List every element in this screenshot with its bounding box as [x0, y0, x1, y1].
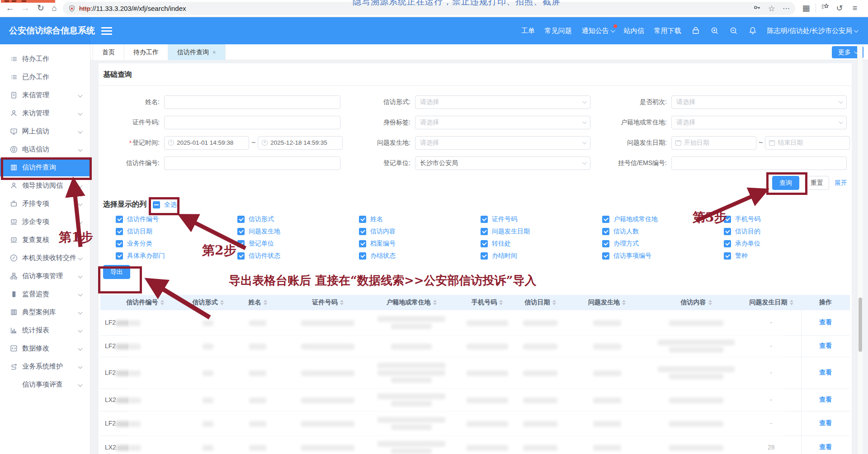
column-option-证件号码[interactable]: 证件号码: [481, 216, 602, 223]
col-header-问题发生地[interactable]: 问题发生地: [563, 295, 651, 310]
problem-date-start-input[interactable]: 开始日期: [671, 136, 756, 150]
column-option-手机号码[interactable]: 手机号码: [724, 216, 845, 223]
petition-form-select[interactable]: 请选择: [415, 95, 590, 109]
checkbox-checked-icon[interactable]: [359, 216, 366, 223]
column-option-转往处[interactable]: 转往处: [481, 240, 602, 247]
sort-icon[interactable]: [220, 300, 224, 305]
checkbox-checked-icon[interactable]: [481, 228, 488, 235]
view-link[interactable]: 查看: [819, 443, 832, 450]
checkbox-checked-icon[interactable]: [116, 252, 123, 260]
checkbox-checked-icon[interactable]: [602, 252, 609, 260]
view-link[interactable]: 查看: [819, 318, 832, 326]
checkbox-checked-icon[interactable]: [724, 252, 731, 260]
checkbox-checked-icon[interactable]: [602, 228, 609, 235]
sidebar-item-待办工作[interactable]: 待办工作: [0, 50, 90, 68]
column-option-信访形式[interactable]: 信访形式: [237, 216, 359, 223]
select-all-checkbox[interactable]: [153, 201, 160, 208]
col-header-证件号码[interactable]: 证件号码: [289, 295, 366, 310]
url-bar[interactable]: http://11.33.3.203/#/xfj/search/index ☆ …: [63, 2, 795, 15]
column-option-信访件编号[interactable]: 信访件编号: [116, 216, 237, 223]
checkbox-checked-icon[interactable]: [602, 216, 609, 223]
column-option-信访人数[interactable]: 信访人数: [602, 228, 724, 235]
col-header-姓名[interactable]: 姓名: [226, 295, 289, 310]
first-time-select[interactable]: 请选择: [671, 95, 847, 109]
header-menu-5[interactable]: 常用下载: [654, 27, 681, 35]
sort-icon[interactable]: [499, 300, 503, 305]
register-unit-select[interactable]: 长沙市公安局: [415, 156, 590, 170]
sidebar-item-来信管理[interactable]: 来信管理: [0, 86, 90, 104]
column-option-档案编号[interactable]: 档案编号: [359, 240, 481, 247]
column-option-问题发生日期[interactable]: 问题发生日期: [481, 228, 602, 235]
back-icon[interactable]: ←: [4, 2, 16, 14]
checkbox-checked-icon[interactable]: [237, 252, 245, 260]
col-header-手机号码[interactable]: 手机号码: [457, 295, 518, 310]
column-option-承办单位[interactable]: 承办单位: [724, 240, 845, 247]
sort-icon[interactable]: [340, 300, 344, 305]
close-tab-icon[interactable]: ×: [212, 49, 216, 56]
checkbox-checked-icon[interactable]: [724, 228, 731, 235]
search-button[interactable]: 查询: [772, 176, 799, 190]
extensions-grid-icon[interactable]: ▦: [800, 2, 812, 14]
sort-icon[interactable]: [790, 300, 793, 305]
view-link[interactable]: 查看: [819, 369, 832, 376]
ems-number-input[interactable]: [671, 156, 847, 170]
view-link[interactable]: 查看: [819, 396, 832, 403]
checkbox-checked-icon[interactable]: [116, 216, 123, 223]
select-all-label[interactable]: 全选: [164, 201, 177, 209]
column-option-办理方式[interactable]: 办理方式: [602, 240, 724, 247]
sort-icon[interactable]: [264, 300, 267, 305]
sidebar-item-信访事项评查[interactable]: 信访事项评查: [0, 375, 90, 393]
tab-信访件查询[interactable]: 信访件查询×: [168, 44, 226, 60]
header-menu-4[interactable]: 站内信: [624, 27, 644, 35]
column-option-信访内容[interactable]: 信访内容: [359, 228, 481, 235]
sidebar-item-网上信访[interactable]: 网上信访: [0, 122, 90, 140]
reset-button[interactable]: 重置: [805, 176, 829, 190]
residence-select[interactable]: 请选择: [671, 116, 847, 129]
refresh-icon[interactable]: ↻: [34, 2, 47, 14]
problem-place-select[interactable]: 请选择: [415, 136, 590, 150]
register-time-start-input[interactable]: 2025-01-01 14:59:38: [164, 136, 249, 150]
sidebar-item-监督追责[interactable]: 监督追责: [0, 285, 90, 303]
sort-icon[interactable]: [552, 300, 556, 305]
vertical-scrollbar[interactable]: [857, 44, 863, 454]
col-header-信访日期[interactable]: 信访日期: [518, 295, 563, 310]
checkbox-checked-icon[interactable]: [359, 252, 366, 260]
col-header-信访形式[interactable]: 信访形式: [190, 295, 226, 310]
sidebar-item-复查复核[interactable]: 复查复核: [0, 231, 90, 249]
expand-link[interactable]: 展开: [835, 179, 847, 187]
sort-icon[interactable]: [622, 300, 626, 305]
browser-menu-icon[interactable]: ≡: [849, 2, 861, 14]
checkbox-checked-icon[interactable]: [724, 216, 731, 223]
forward-icon[interactable]: →: [19, 2, 32, 14]
view-link[interactable]: 查看: [819, 419, 832, 426]
checkbox-checked-icon[interactable]: [359, 228, 366, 235]
column-option-信访目的[interactable]: 信访目的: [724, 228, 845, 235]
sidebar-item-矛排专项[interactable]: 矛排专项: [0, 194, 90, 213]
sort-icon[interactable]: [708, 300, 712, 305]
register-time-end-input[interactable]: 2025-12-18 14:59:35: [258, 136, 343, 150]
bookmark-star-icon[interactable]: ☆: [768, 4, 775, 14]
view-link[interactable]: 查看: [819, 342, 832, 349]
collapse-menu-icon[interactable]: [101, 27, 112, 35]
user-menu[interactable]: 陈志明/信访处/长沙市公安局: [767, 27, 857, 35]
export-button[interactable]: 导出: [103, 265, 130, 279]
checkbox-checked-icon[interactable]: [724, 240, 731, 247]
sidebar-item-数据修改[interactable]: 数据修改: [0, 339, 90, 357]
checkbox-checked-icon[interactable]: [116, 240, 123, 247]
column-option-警种[interactable]: 警种: [724, 252, 845, 260]
column-option-办结状态[interactable]: 办结状态: [359, 252, 481, 260]
ellipsis-icon[interactable]: ⋯: [783, 4, 790, 13]
column-option-办结时间[interactable]: 办结时间: [481, 252, 602, 260]
col-header-户籍地或常住地[interactable]: 户籍地或常住地: [366, 295, 457, 310]
home-icon[interactable]: ⌂: [48, 2, 61, 14]
sidebar-item-来访管理[interactable]: 来访管理: [0, 104, 90, 122]
sidebar-item-信访件查询[interactable]: 信访件查询: [0, 158, 90, 176]
sidebar-item-领导接访阅信[interactable]: 领导接访阅信: [0, 176, 90, 194]
sidebar-item-电话信访[interactable]: 电话信访: [0, 140, 90, 158]
column-option-业务分类[interactable]: 业务分类: [116, 240, 237, 247]
undo-icon[interactable]: ↺: [834, 2, 845, 14]
column-option-户籍地或常住地[interactable]: 户籍地或常住地: [602, 216, 724, 223]
header-menu-2[interactable]: 常见问题: [545, 27, 572, 35]
sidebar-item-涉企专项[interactable]: 涉企专项: [0, 213, 90, 231]
checkbox-checked-icon[interactable]: [602, 240, 609, 247]
